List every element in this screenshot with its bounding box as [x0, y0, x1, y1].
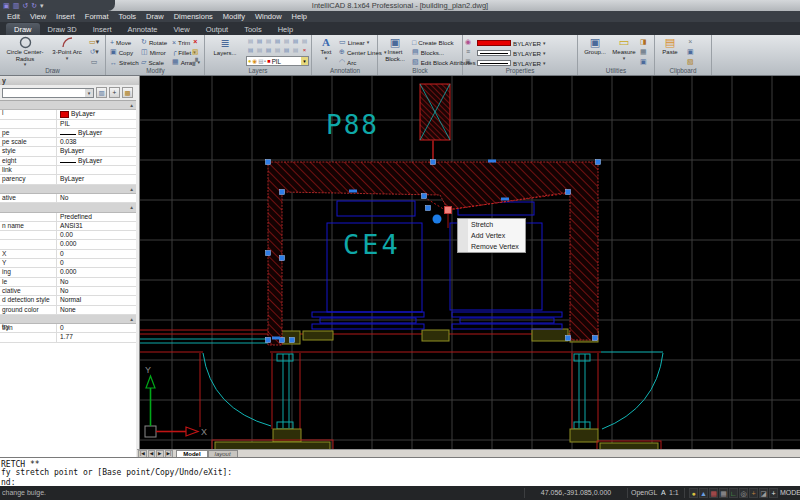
- layer-print-icon[interactable]: ▤: [258, 57, 263, 65]
- person-icon[interactable]: ▲: [699, 488, 708, 498]
- circle-center-radius-button[interactable]: Circle Center-Radius ▾: [4, 36, 46, 67]
- property-value[interactable]: ByLayer: [57, 110, 136, 118]
- drawing-canvas[interactable]: P88 CE4 Y X StretchAdd VertexRemove Vert…: [140, 76, 800, 449]
- grip[interactable]: [280, 338, 285, 343]
- block-edit-block-attributes-button[interactable]: ▧Edit Block Attributes: [412, 57, 462, 67]
- quick-select-icon[interactable]: ▩: [122, 87, 133, 98]
- menu-item-modify[interactable]: Modify: [218, 11, 250, 22]
- layer-tool-icon[interactable]: ▤: [246, 37, 255, 46]
- palette-property-row[interactable]: 1.77: [0, 333, 136, 342]
- palette-property-row[interactable]: eightByLayer: [0, 157, 136, 166]
- column-block[interactable]: [420, 84, 450, 162]
- layer-tool-icon[interactable]: ▤: [273, 46, 282, 55]
- palette-property-row[interactable]: d detection styleNormal: [0, 296, 136, 305]
- tab-layout[interactable]: layout: [208, 450, 238, 457]
- midpoint-grip[interactable]: [501, 198, 509, 201]
- palette-property-row[interactable]: peByLayer: [0, 129, 136, 138]
- qat-menu-icon[interactable]: ▾: [40, 2, 44, 9]
- lamp-icon[interactable]: ●: [689, 488, 698, 498]
- layer-freeze-icon[interactable]: ◉: [252, 57, 257, 65]
- polar-icon[interactable]: ◎: [739, 488, 748, 498]
- ribbon-tab-draw[interactable]: Draw: [6, 23, 40, 35]
- stretch-point-indicator[interactable]: [433, 215, 442, 224]
- menu-item-tools[interactable]: Tools: [114, 11, 142, 22]
- group-button[interactable]: ▣ Group...: [581, 36, 609, 56]
- grip[interactable]: [422, 194, 427, 199]
- insert-block-button[interactable]: ▣ Insert Block...: [380, 36, 410, 62]
- midpoint-grip[interactable]: [272, 337, 280, 340]
- grip[interactable]: [431, 160, 436, 165]
- palette-property-row[interactable]: Predefined: [0, 213, 136, 222]
- layer-tool-icon[interactable]: ×: [300, 46, 309, 55]
- property-value[interactable]: 0.000: [57, 240, 136, 248]
- wall-hatch[interactable]: [268, 84, 598, 345]
- properties-tool-icons[interactable]: ◉ ≡ ≣: [465, 37, 471, 66]
- property-value[interactable]: 1.77: [57, 333, 136, 341]
- menu-item-format[interactable]: Format: [80, 11, 114, 22]
- palette-section-header[interactable]: ▴: [0, 203, 136, 212]
- grip[interactable]: [566, 190, 571, 195]
- midpoint-grip[interactable]: [349, 190, 357, 193]
- quick-calc-icon[interactable]: ▦: [640, 47, 647, 56]
- property-value[interactable]: 0: [57, 250, 136, 258]
- ribbon-tab-tools[interactable]: Tools: [236, 23, 270, 35]
- palette-property-row[interactable]: ing0.000: [0, 268, 136, 277]
- annotation-scale-icon[interactable]: A: [661, 489, 666, 497]
- tab-model[interactable]: Model: [176, 450, 207, 457]
- palette-section-header[interactable]: try▴: [0, 315, 136, 324]
- palette-property-row[interactable]: pe scale0.038: [0, 138, 136, 147]
- palette-section-header[interactable]: l▴: [0, 101, 136, 110]
- palette-property-row[interactable]: ByLayer: [0, 110, 136, 119]
- modify-scale-button[interactable]: ▱Scale: [141, 57, 172, 67]
- menu-item-view[interactable]: View: [25, 11, 51, 22]
- palette-property-row[interactable]: ativeNo: [0, 194, 136, 203]
- modify-move-button[interactable]: +Move: [110, 37, 141, 47]
- context-menu-item-remove-vertex[interactable]: Remove Vertex: [458, 241, 525, 252]
- palette-property-row[interactable]: PIL: [0, 120, 136, 129]
- annotation-arc-button[interactable]: ◠Arc: [339, 57, 377, 67]
- menu-item-insert[interactable]: Insert: [51, 11, 80, 22]
- save-icon[interactable]: ▣: [3, 2, 10, 9]
- entity-color-selector[interactable]: BYLAYER▾: [477, 38, 575, 48]
- grip[interactable]: [280, 256, 285, 261]
- entity-selector-combo[interactable]: ▾: [2, 88, 94, 98]
- modify-rotate-button[interactable]: ↻Rotate: [141, 37, 172, 47]
- esnap-icon[interactable]: ▦: [709, 488, 718, 498]
- redo-icon[interactable]: ↻: [31, 2, 37, 9]
- property-value[interactable]: ANSI31: [57, 222, 136, 230]
- palette-header[interactable]: y: [0, 76, 139, 85]
- grid-icon[interactable]: ▦: [719, 488, 728, 498]
- layer-tool-icon[interactable]: ▤: [246, 46, 255, 55]
- edit-length-icon[interactable]: ▧: [192, 47, 199, 56]
- cut-icon[interactable]: ×: [687, 37, 694, 46]
- palette-property-row[interactable]: ground colorNone: [0, 306, 136, 315]
- plan-label-text[interactable]: P88: [326, 110, 379, 140]
- ribbon-tab-annotate[interactable]: Annotate: [119, 23, 165, 35]
- draw-extra-tools[interactable]: ▭▾ ↺▾ ▭: [89, 37, 99, 66]
- property-value[interactable]: No: [57, 194, 136, 202]
- layer-tool-icon[interactable]: ▤: [291, 37, 300, 46]
- property-value[interactable]: No: [57, 287, 136, 295]
- ortho-icon[interactable]: ∟: [729, 488, 738, 498]
- modify-extra-tools[interactable]: × ▧ ▞: [192, 37, 199, 66]
- door-arc-right[interactable]: [602, 353, 663, 429]
- annotation-scale-value[interactable]: 1:1: [669, 489, 679, 497]
- property-value[interactable]: ByLayer: [57, 175, 136, 183]
- erase-icon[interactable]: ×: [192, 37, 199, 46]
- revision-cloud-icon[interactable]: ↺▾: [89, 47, 99, 56]
- property-value[interactable]: ByLayer: [57, 129, 136, 137]
- color-wheel-icon[interactable]: ◉: [465, 37, 471, 46]
- combo-dropdown-icon[interactable]: ▾: [85, 89, 93, 97]
- property-value[interactable]: 0: [57, 324, 136, 332]
- property-value[interactable]: PIL: [57, 120, 136, 128]
- copy-icon[interactable]: ▣: [687, 47, 694, 56]
- palette-property-row[interactable]: link: [0, 166, 136, 175]
- property-value[interactable]: None: [57, 306, 136, 314]
- undo-icon[interactable]: ↺: [22, 2, 28, 9]
- lwt-icon[interactable]: ◪: [759, 488, 768, 498]
- menu-item-help[interactable]: Help: [287, 11, 312, 22]
- layer-tool-icon[interactable]: ▤: [264, 37, 273, 46]
- property-value[interactable]: ByLayer: [57, 147, 136, 155]
- layer-tool-icon[interactable]: ▤: [255, 46, 264, 55]
- modify-mirror-button[interactable]: ◫Mirror: [141, 47, 172, 57]
